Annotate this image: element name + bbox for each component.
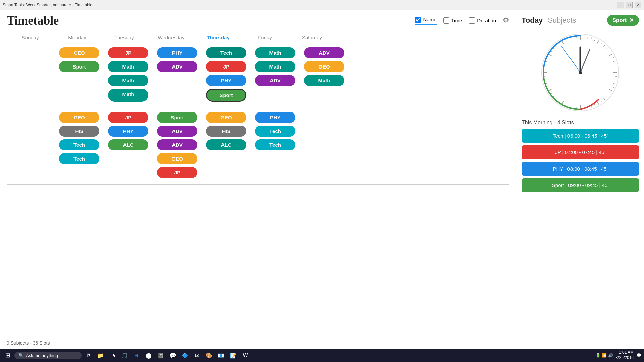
taskbar-mail2[interactable]: 📧	[216, 350, 227, 361]
cell-phy: PHY	[252, 112, 299, 123]
taskbar-file-explorer[interactable]: 📁	[95, 350, 106, 361]
taskbar-date-display: 8/25/2016	[616, 355, 634, 361]
taskbar-word[interactable]: W	[240, 350, 251, 361]
subjects-label[interactable]: Subjects	[548, 16, 576, 25]
notification-icon[interactable]: 💬	[636, 353, 641, 358]
subject-pill[interactable]: ADV	[304, 47, 344, 58]
cell-sport: Sport	[154, 112, 201, 123]
today-label[interactable]: Today	[522, 16, 543, 25]
subject-pill[interactable]: GEO	[304, 61, 344, 72]
cell-adv: ADV	[154, 126, 201, 137]
cell-his: HIS	[56, 126, 103, 137]
subject-pill-selected[interactable]: Sport	[206, 89, 246, 102]
subject-pill[interactable]: Tech	[59, 153, 99, 164]
taskbar-skype[interactable]: 💬	[167, 350, 178, 361]
subject-pill[interactable]: PHY	[206, 75, 246, 86]
cell-empty	[7, 61, 54, 72]
time-checkbox-label[interactable]: Time	[443, 17, 462, 24]
subject-pill[interactable]: PHY	[157, 47, 197, 58]
time-checkbox[interactable]	[443, 17, 449, 24]
cell-math: Math	[105, 75, 152, 86]
cell-empty	[105, 153, 152, 164]
name-checkbox-label[interactable]: Name	[415, 17, 437, 25]
timetable-area: GEO JP PHY Tech Math ADV Sport Math ADV …	[0, 44, 516, 337]
taskbar-store[interactable]: 🛍	[107, 350, 118, 361]
taskbar-clock: 1:01 AM 8/25/2016	[616, 350, 634, 360]
subject-pill[interactable]: JP	[108, 112, 148, 123]
subject-pill[interactable]: Math	[255, 61, 295, 72]
close-badge-icon[interactable]: ✕	[629, 17, 634, 24]
cell-empty	[56, 167, 103, 178]
slot-row-phy[interactable]: PHY | 08:00 - 08:45 | 45'	[522, 162, 639, 176]
close-button[interactable]: ✕	[635, 2, 641, 8]
subject-pill[interactable]: Sport	[157, 112, 197, 123]
subject-pill[interactable]: Math	[108, 75, 148, 86]
taskbar-onenote[interactable]: 📓	[155, 350, 166, 361]
subject-pill[interactable]: JP	[206, 61, 246, 72]
cell-his: HIS	[203, 126, 250, 137]
timetable-row: GEO JP Sport GEO PHY	[7, 112, 509, 123]
slot-row-sport[interactable]: Sport | 09:00 - 09:45 | 45'	[522, 178, 639, 192]
start-button[interactable]: ⊞	[3, 350, 13, 360]
active-subject-badge[interactable]: Sport ✕	[607, 15, 639, 26]
subject-pill[interactable]: JP	[157, 167, 197, 178]
duration-checkbox-label[interactable]: Duration	[469, 17, 496, 24]
slot-text: PHY | 08:00 - 08:45 | 45'	[553, 166, 608, 172]
subject-pill[interactable]: Tech	[255, 139, 295, 150]
subject-pill[interactable]: Math	[108, 89, 148, 102]
subject-pill[interactable]: ALC	[108, 139, 148, 150]
time-label: Time	[451, 18, 462, 24]
subject-pill[interactable]: Math	[304, 75, 344, 86]
taskbar-search[interactable]: 🔍 Ask me anything	[14, 352, 82, 359]
subject-pill[interactable]: ALC	[206, 139, 246, 150]
right-header-left: Today Subjects	[522, 16, 576, 25]
app-container: Timetable Name Time Duration ⚙ Sunday	[0, 10, 644, 349]
taskbar-edge[interactable]: e	[131, 350, 142, 361]
cell-empty	[7, 112, 54, 123]
cell-empty	[301, 139, 348, 150]
taskbar-vs[interactable]: 🔷	[180, 350, 190, 361]
cell-jp: JP	[203, 61, 250, 72]
cell-geo: GEO	[154, 153, 201, 164]
subject-pill[interactable]: ADV	[157, 139, 197, 150]
cell-empty	[56, 89, 103, 102]
cell-math: Math	[252, 47, 299, 58]
subject-pill[interactable]: PHY	[108, 126, 148, 137]
timetable-row: GEO JP PHY Tech Math ADV	[7, 47, 509, 58]
name-checkbox[interactable]	[415, 17, 421, 23]
subject-pill[interactable]: JP	[108, 47, 148, 58]
subject-pill[interactable]: Sport	[59, 61, 99, 72]
subject-pill[interactable]: GEO	[59, 47, 99, 58]
subject-pill[interactable]: Math	[255, 47, 295, 58]
svg-line-2	[584, 36, 584, 38]
duration-checkbox[interactable]	[469, 17, 475, 24]
subject-pill[interactable]: Tech	[59, 139, 99, 150]
maximize-button[interactable]: □	[626, 2, 633, 8]
subject-pill[interactable]: HIS	[206, 126, 246, 137]
subject-pill[interactable]: ADV	[157, 61, 197, 72]
subject-pill[interactable]: Math	[108, 61, 148, 72]
subject-pill[interactable]: GEO	[59, 112, 99, 123]
subject-pill[interactable]: ADV	[255, 75, 295, 86]
subject-pill[interactable]: Tech	[206, 47, 246, 58]
cell-empty	[301, 112, 348, 123]
taskbar-ai[interactable]: 🎨	[204, 350, 214, 361]
taskbar-chrome[interactable]: ⬤	[143, 350, 154, 361]
taskbar-notes[interactable]: 📝	[228, 350, 239, 361]
subject-pill[interactable]: GEO	[206, 112, 246, 123]
cell-alc: ALC	[203, 139, 250, 150]
subject-pill[interactable]: Tech	[255, 126, 295, 137]
settings-icon[interactable]: ⚙	[503, 16, 509, 25]
slot-row-jp[interactable]: JP | 07:00 - 07:45 | 45'	[522, 145, 639, 159]
subject-pill[interactable]: HIS	[59, 126, 99, 137]
minimize-button[interactable]: ─	[617, 2, 624, 8]
taskbar-mail[interactable]: ✉	[192, 350, 202, 361]
subject-pill[interactable]: ADV	[157, 126, 197, 137]
slot-row-tech[interactable]: Tech | 06:00 - 06:45 | 45'	[522, 129, 639, 143]
taskbar-media[interactable]: 🎵	[119, 350, 130, 361]
slot-text: Sport | 09:00 - 09:45 | 45'	[552, 182, 608, 188]
taskbar-task-view[interactable]: ⧉	[83, 350, 94, 361]
subject-pill[interactable]: PHY	[255, 112, 295, 123]
subject-pill[interactable]: GEO	[157, 153, 197, 164]
cell-empty	[105, 167, 152, 178]
